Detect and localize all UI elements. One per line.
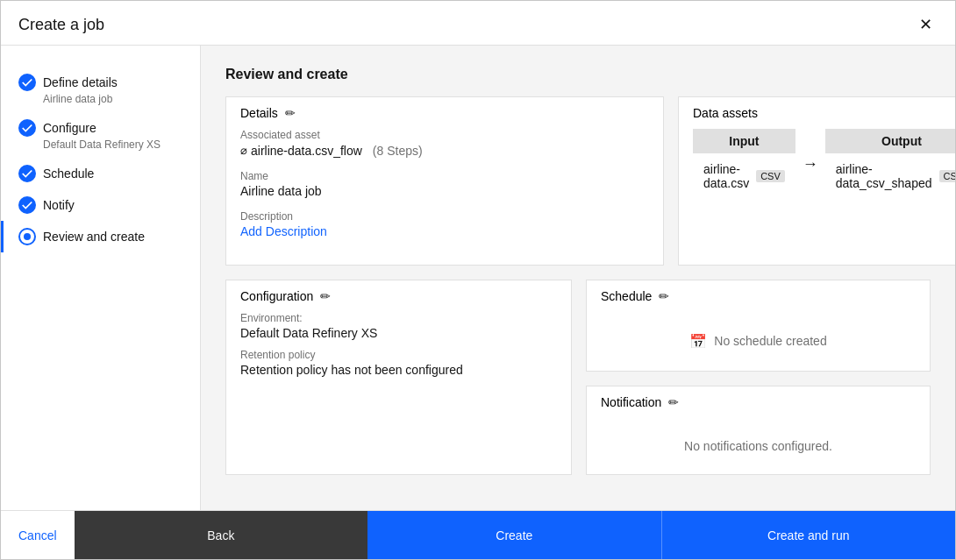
flow-name: airline-data.csv_flow	[251, 144, 362, 158]
environment-label: Environment:	[240, 312, 557, 324]
name-label: Name	[240, 170, 649, 182]
back-button[interactable]: Back	[75, 511, 367, 559]
sidebar-item-review-create[interactable]: Review and create	[1, 221, 200, 252]
modal-body: Define details Airline data job Configur…	[1, 46, 955, 510]
retention-row: Retention policy Retention policy has no…	[240, 349, 557, 377]
sidebar-item-top-review: Review and create	[18, 228, 182, 245]
sidebar-sublabel-define-details: Airline data job	[43, 93, 182, 105]
configuration-label: Configuration	[240, 289, 313, 303]
notification-body: No notifications configured.	[587, 418, 930, 474]
output-box: Output airline-data_csv_shaped CSV	[825, 129, 955, 199]
sidebar-label-configure: Configure	[43, 121, 96, 135]
notification-edit-icon[interactable]: ✏	[668, 395, 679, 409]
modal-title: Create a job	[18, 16, 104, 34]
sidebar-sublabel-configure: Default Data Refinery XS	[43, 138, 182, 151]
main-content: Review and create Details ✏ Associated a…	[201, 46, 955, 510]
environment-row: Environment: Default Data Refinery XS	[240, 312, 557, 340]
no-notifications-text: No notifications configured.	[684, 439, 832, 453]
description-row: Description Add Description	[240, 210, 649, 238]
sidebar-item-notify[interactable]: Notify	[1, 189, 200, 221]
create-job-modal: Create a job ✕ Define details Airline da…	[0, 0, 956, 560]
details-card-label: Details	[240, 106, 278, 120]
input-filename: airline-data.csv	[703, 162, 749, 190]
notification-label: Notification	[601, 395, 661, 409]
arrow-connector: →	[795, 155, 825, 174]
modal-footer: Cancel Back Create Create and run	[1, 510, 955, 559]
section-title: Review and create	[225, 67, 931, 82]
data-assets-card: Data assets Input airline-data.csv CSV	[678, 96, 955, 266]
sidebar-label-schedule: Schedule	[43, 167, 94, 181]
step-icon-schedule	[18, 165, 36, 182]
sidebar: Define details Airline data job Configur…	[1, 46, 201, 510]
sidebar-label-review-create: Review and create	[43, 230, 145, 244]
close-button[interactable]: ✕	[914, 15, 938, 34]
details-card-header: Details ✏	[226, 97, 663, 129]
retention-label: Retention policy	[240, 349, 557, 361]
schedule-card: Schedule ✏ 📅 No schedule created	[586, 280, 931, 372]
calendar-icon: 📅	[689, 333, 707, 350]
bottom-cards-row: Configuration ✏ Environment: Default Dat…	[225, 280, 931, 475]
description-label: Description	[240, 210, 649, 223]
input-box: Input airline-data.csv CSV	[693, 129, 795, 199]
schedule-card-header: Schedule ✏	[587, 280, 930, 312]
sidebar-item-define-details[interactable]: Define details Airline data job	[1, 67, 200, 112]
step-icon-configure	[18, 119, 36, 137]
output-filename: airline-data_csv_shaped	[836, 162, 932, 190]
schedule-edit-icon[interactable]: ✏	[659, 289, 669, 303]
schedule-label: Schedule	[601, 289, 652, 303]
input-body: airline-data.csv CSV	[693, 153, 795, 199]
notification-card-header: Notification ✏	[587, 386, 930, 418]
create-and-run-button[interactable]: Create and run	[661, 511, 955, 559]
sidebar-label-define-details: Define details	[43, 75, 118, 89]
step-icon-define-details	[18, 74, 36, 91]
input-header: Input	[693, 129, 795, 153]
details-card: Details ✏ Associated asset ⌀ airline-dat…	[225, 96, 664, 266]
name-row: Name Airline data job	[240, 170, 649, 198]
create-button[interactable]: Create	[367, 511, 660, 559]
associated-asset-label: Associated asset	[240, 129, 649, 141]
output-header: Output	[825, 129, 955, 153]
sidebar-label-notify: Notify	[43, 198, 75, 212]
sidebar-item-top: Define details	[18, 74, 182, 91]
top-cards-row: Details ✏ Associated asset ⌀ airline-dat…	[225, 96, 931, 266]
output-csv-badge: CSV	[939, 170, 955, 182]
name-value: Airline data job	[240, 184, 649, 198]
retention-value: Retention policy has not been configured	[240, 363, 557, 377]
step-icon-notify	[18, 196, 36, 214]
notification-card: Notification ✏ No notifications configur…	[586, 386, 931, 475]
configuration-card: Configuration ✏ Environment: Default Dat…	[225, 280, 572, 475]
configuration-content: Environment: Default Data Refinery XS Re…	[226, 312, 571, 400]
right-cards: Schedule ✏ 📅 No schedule created Notific…	[586, 280, 931, 475]
details-content: Associated asset ⌀ airline-data.csv_flow…	[226, 129, 663, 265]
modal-header: Create a job ✕	[1, 1, 955, 46]
details-edit-icon[interactable]: ✏	[285, 106, 296, 120]
schedule-body: 📅 No schedule created	[587, 312, 930, 371]
associated-asset-value: ⌀ airline-data.csv_flow (8 Steps)	[240, 144, 423, 158]
sidebar-item-top-notify: Notify	[18, 196, 182, 214]
no-schedule-text: No schedule created	[714, 334, 826, 348]
associated-asset-row: Associated asset ⌀ airline-data.csv_flow…	[240, 129, 649, 158]
steps-badge: (8 Steps)	[373, 144, 423, 158]
configuration-edit-icon[interactable]: ✏	[320, 289, 331, 303]
environment-value: Default Data Refinery XS	[240, 326, 557, 340]
input-output-row: Input airline-data.csv CSV → Output	[693, 129, 955, 199]
configuration-card-header: Configuration ✏	[226, 280, 571, 312]
sidebar-item-schedule[interactable]: Schedule	[1, 158, 200, 189]
add-description-link[interactable]: Add Description	[240, 224, 649, 238]
step-icon-review-create	[18, 228, 36, 245]
flow-icon: ⌀	[240, 144, 247, 157]
input-csv-badge: CSV	[756, 170, 785, 182]
output-body: airline-data_csv_shaped CSV	[825, 153, 955, 199]
cancel-button[interactable]: Cancel	[1, 511, 75, 559]
data-assets-content: Input airline-data.csv CSV → Output	[679, 129, 955, 213]
data-assets-card-header: Data assets	[679, 97, 955, 129]
sidebar-item-configure[interactable]: Configure Default Data Refinery XS	[1, 112, 200, 158]
sidebar-item-top-configure: Configure	[18, 119, 182, 137]
sidebar-item-top-schedule: Schedule	[18, 165, 182, 182]
data-assets-label: Data assets	[693, 106, 758, 120]
